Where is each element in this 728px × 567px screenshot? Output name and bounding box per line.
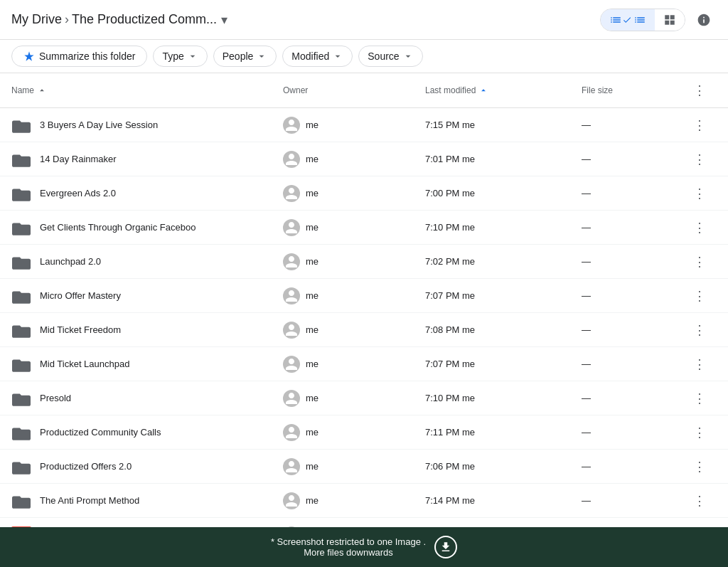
filesize-cell: —	[582, 359, 688, 369]
modified-cell: 7:08 PM me	[425, 324, 582, 335]
filesize-cell: —	[582, 461, 688, 472]
folder-icon	[11, 286, 31, 306]
table-row[interactable]: 14 Day Rainmaker me 7:01 PM me — ⋮	[0, 142, 728, 176]
breadcrumb: My Drive › The Productized Comm... ▾	[11, 12, 600, 28]
modified-cell: 7:00 PM me	[425, 188, 582, 198]
owner-cell: me	[283, 356, 425, 373]
folder-dropdown-arrow[interactable]: ▾	[221, 12, 228, 28]
modified-cell: 7:14 PM me	[425, 495, 582, 506]
table-row[interactable]: Presold me 7:10 PM me — ⋮	[0, 381, 728, 415]
info-button[interactable]	[691, 7, 717, 33]
folder-icon	[11, 115, 31, 135]
summarize-button[interactable]: Summarize this folder	[11, 46, 147, 67]
modified-cell: 7:07 PM me	[425, 290, 582, 301]
filesize-cell: —	[582, 188, 688, 198]
name-column-label: Name	[11, 85, 34, 95]
table-row[interactable]: Mid Ticket Launchpad me 7:07 PM me — ⋮	[0, 347, 728, 381]
grid-view-icon	[663, 14, 676, 26]
row-more-button[interactable]: ⋮	[688, 489, 711, 512]
avatar	[283, 458, 300, 475]
owner-name: me	[306, 427, 318, 438]
bottom-bar-line1: * Screenshot restricted to one Image .	[271, 536, 426, 547]
folder-icon	[11, 184, 31, 203]
row-more-button[interactable]: ⋮	[688, 285, 711, 307]
row-actions: ⋮	[688, 353, 717, 376]
row-more-button[interactable]: ⋮	[688, 455, 711, 478]
row-more-button[interactable]: ⋮	[688, 421, 711, 444]
bottom-bar: * Screenshot restricted to one Image . M…	[0, 527, 728, 567]
table-row[interactable]: Evergreen Ads 2.0 me 7:00 PM me — ⋮	[0, 176, 728, 211]
grid-view-button[interactable]	[655, 9, 685, 31]
filesize-cell: —	[582, 222, 688, 233]
source-filter-button[interactable]: Source	[358, 46, 422, 67]
owner-name: me	[306, 359, 318, 369]
owner-name: me	[306, 154, 318, 164]
row-more-button[interactable]: ⋮	[688, 148, 711, 171]
table-row[interactable]: Get Clients Through Organic Faceboo me 7…	[0, 211, 728, 245]
row-more-button[interactable]: ⋮	[688, 387, 711, 410]
table-row[interactable]: Mid Ticket Freedom me 7:08 PM me — ⋮	[0, 313, 728, 347]
modified-cell: 7:07 PM me	[425, 359, 582, 369]
row-more-button[interactable]: ⋮	[688, 114, 711, 137]
row-actions: ⋮	[688, 148, 717, 171]
row-more-button[interactable]: ⋮	[688, 182, 711, 205]
table-row[interactable]: Micro Offer Mastery me 7:07 PM me — ⋮	[0, 279, 728, 313]
file-name-cell: 14 Day Rainmaker	[11, 149, 283, 169]
owner-cell: me	[283, 390, 425, 407]
file-name: Presold	[40, 393, 71, 403]
table-row[interactable]: Productized Community Calls me 7:11 PM m…	[0, 415, 728, 450]
table-row[interactable]: The Anti Prompt Method me 7:14 PM me — ⋮	[0, 484, 728, 518]
header-more-button[interactable]: ⋮	[688, 79, 711, 102]
file-name-cell: Mid Ticket Launchpad	[11, 354, 283, 374]
modified-cell: 7:02 PM me	[425, 256, 582, 267]
modified-cell: 7:15 PM me	[425, 120, 582, 130]
type-filter-button[interactable]: Type	[153, 46, 207, 67]
folder-icon	[11, 388, 31, 408]
filesize-column-header: File size	[582, 85, 688, 95]
folder-icon	[11, 320, 31, 340]
filesize-cell: —	[582, 324, 688, 335]
file-name: 14 Day Rainmaker	[40, 154, 117, 164]
avatar	[283, 356, 300, 373]
summarize-label: Summarize this folder	[39, 51, 135, 62]
folder-icon	[11, 149, 31, 169]
download-icon[interactable]	[434, 536, 457, 558]
file-name-cell: Productized Community Calls	[11, 423, 283, 443]
row-more-button[interactable]: ⋮	[688, 319, 711, 341]
file-name-cell: 3 Buyers A Day Live Session	[11, 115, 283, 135]
row-actions: ⋮	[688, 285, 717, 307]
owner-cell: me	[283, 287, 425, 304]
modified-cell: 7:01 PM me	[425, 154, 582, 164]
file-name-cell: Micro Offer Mastery	[11, 286, 283, 306]
people-filter-button[interactable]: People	[213, 46, 277, 67]
my-drive-link[interactable]: My Drive	[11, 12, 62, 27]
sparkle-icon	[23, 51, 35, 62]
file-name-cell: Get Clients Through Organic Faceboo	[11, 218, 283, 238]
modified-column-header[interactable]: Last modified	[425, 85, 582, 95]
name-column-header[interactable]: Name	[11, 85, 283, 95]
table-row[interactable]: Launchpad 2.0 me 7:02 PM me — ⋮	[0, 245, 728, 279]
row-actions: ⋮	[688, 489, 717, 512]
file-name-cell: Launchpad 2.0	[11, 252, 283, 272]
table-row[interactable]: 3 Buyers A Day Live Session me 7:15 PM m…	[0, 108, 728, 142]
avatar	[283, 322, 300, 339]
row-more-button[interactable]: ⋮	[688, 216, 711, 239]
owner-name: me	[306, 256, 318, 267]
filesize-cell: —	[582, 120, 688, 130]
view-toggle	[600, 9, 685, 31]
avatar	[283, 390, 300, 407]
owner-name: me	[306, 290, 318, 301]
table-row[interactable]: Productized Offers 2.0 me 7:06 PM me — ⋮	[0, 450, 728, 484]
breadcrumb-separator: ›	[65, 12, 69, 27]
list-view-button[interactable]	[601, 9, 655, 31]
owner-cell: me	[283, 492, 425, 509]
bottom-bar-text: * Screenshot restricted to one Image . M…	[271, 536, 426, 558]
file-list: 3 Buyers A Day Live Session me 7:15 PM m…	[0, 108, 728, 567]
row-more-button[interactable]: ⋮	[688, 353, 711, 376]
file-name: Launchpad 2.0	[40, 256, 101, 267]
modified-filter-button[interactable]: Modified	[282, 46, 353, 67]
modified-cell: 7:10 PM me	[425, 222, 582, 233]
owner-name: me	[306, 393, 318, 403]
row-more-button[interactable]: ⋮	[688, 250, 711, 273]
row-actions: ⋮	[688, 114, 717, 137]
